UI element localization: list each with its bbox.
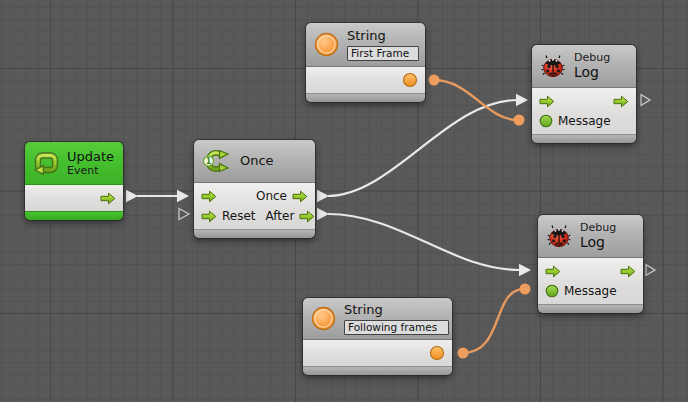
wire-endpoint-dot xyxy=(458,348,469,359)
string-value-icon xyxy=(311,306,336,331)
flow-output-port-icon[interactable] xyxy=(100,192,116,205)
wire-endpoint-dot xyxy=(429,75,440,86)
node-once[interactable]: 1 Once Once Reset xyxy=(194,140,315,238)
node-debug-log-top[interactable]: Debug Log Message xyxy=(532,45,636,143)
node-header[interactable]: 1 Once xyxy=(194,140,315,183)
node-title: Log xyxy=(574,64,610,81)
port-label-message: Message xyxy=(558,114,611,128)
node-footer xyxy=(303,366,452,375)
node-title: String xyxy=(347,28,419,44)
node-subtitle: Event xyxy=(67,165,114,177)
wire-source-triangle[interactable] xyxy=(317,208,329,220)
flow-output-port-icon[interactable] xyxy=(613,95,629,108)
flow-input-port-icon[interactable] xyxy=(201,210,217,223)
flow-output-port-icon[interactable] xyxy=(292,190,308,203)
node-group-label: Debug xyxy=(574,51,610,64)
value-output-port-icon[interactable] xyxy=(402,72,418,88)
once-badge-number: 1 xyxy=(206,157,212,166)
update-loop-icon xyxy=(33,151,59,175)
node-title: Log xyxy=(580,234,616,251)
node-body: Message xyxy=(538,258,643,304)
node-header[interactable]: Update Event xyxy=(25,142,123,185)
unconnected-port-triangle-debug-top-out[interactable] xyxy=(641,95,650,106)
node-title: Update xyxy=(67,149,114,165)
node-footer xyxy=(25,211,123,220)
node-body: Once Reset After xyxy=(194,183,315,229)
port-label-reset: Reset xyxy=(222,209,256,223)
node-body xyxy=(25,185,123,211)
flow-input-port-icon[interactable] xyxy=(539,95,555,108)
value-input-port-icon[interactable] xyxy=(545,284,559,298)
node-title: Once xyxy=(240,153,274,169)
node-string-first-frame[interactable]: String xyxy=(306,23,425,102)
node-string-following-frames[interactable]: String xyxy=(303,298,452,375)
unconnected-port-triangle-once-reset[interactable] xyxy=(179,209,189,220)
wire-arrowhead xyxy=(519,264,531,276)
wire-arrowhead xyxy=(516,94,528,106)
node-header[interactable]: String xyxy=(303,298,452,340)
node-group-label: Debug xyxy=(580,221,616,234)
node-body xyxy=(306,67,425,93)
port-label-once: Once xyxy=(256,189,287,203)
node-header[interactable]: String xyxy=(306,23,425,67)
wire-endpoint-dot xyxy=(514,115,525,126)
flow-output-port-icon[interactable] xyxy=(620,265,636,278)
wire-after-to-debug-bottom[interactable] xyxy=(328,214,520,270)
flow-input-port-icon[interactable] xyxy=(201,190,217,203)
once-loop-icon: 1 xyxy=(202,149,232,173)
unconnected-port-triangle-debug-bottom-out[interactable] xyxy=(646,265,655,276)
wire-string-following-to-message[interactable] xyxy=(463,289,524,353)
ladybug-debug-icon xyxy=(540,53,566,79)
string-value-icon xyxy=(314,32,339,57)
node-debug-log-bottom[interactable]: Debug Log Message xyxy=(538,215,643,313)
wire-source-triangle[interactable] xyxy=(126,190,138,202)
wire-arrowhead xyxy=(177,190,189,202)
node-footer xyxy=(538,304,643,313)
node-body xyxy=(303,340,452,366)
port-label-message: Message xyxy=(564,284,617,298)
value-output-port-icon[interactable] xyxy=(429,345,445,361)
node-header[interactable]: Debug Log xyxy=(532,45,636,88)
wire-endpoint-dot xyxy=(520,284,531,295)
value-input-port-icon[interactable] xyxy=(539,114,553,128)
node-update-event[interactable]: Update Event xyxy=(25,142,123,220)
node-footer xyxy=(306,93,425,102)
visual-scripting-graph-canvas[interactable]: Update Event 1 xyxy=(0,0,688,402)
flow-output-port-icon[interactable] xyxy=(299,210,315,223)
wire-source-triangle[interactable] xyxy=(317,190,329,202)
node-body: Message xyxy=(532,88,636,134)
string-value-input[interactable] xyxy=(347,46,419,61)
flow-input-port-icon[interactable] xyxy=(545,265,561,278)
node-header[interactable]: Debug Log xyxy=(538,215,643,258)
wire-once-to-debug-top[interactable] xyxy=(328,100,517,196)
node-footer xyxy=(532,134,636,143)
node-title: String xyxy=(344,302,449,318)
string-value-input[interactable] xyxy=(344,320,449,335)
node-footer xyxy=(194,229,315,238)
port-label-after: After xyxy=(266,209,295,223)
ladybug-debug-icon xyxy=(546,223,572,249)
